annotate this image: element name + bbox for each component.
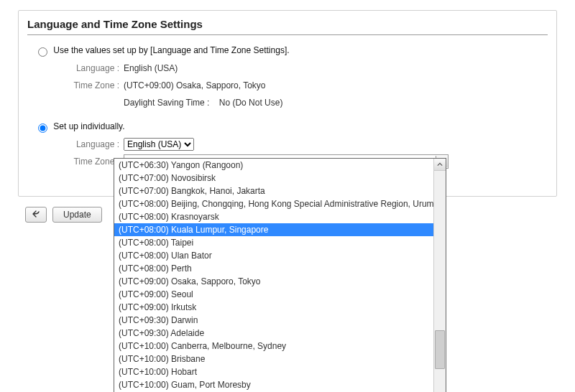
radio-use-defaults[interactable] [38, 47, 47, 57]
timezone-option[interactable]: (UTC+08:00) Kuala Lumpur, Singapore [114, 223, 433, 236]
timezone-option[interactable]: (UTC+09:00) Seoul [114, 288, 433, 301]
timezone-option[interactable]: (UTC+10:00) Brisbane [114, 353, 433, 365]
individual-timezone-label: Time Zone : [27, 157, 124, 167]
timezone-option[interactable]: (UTC+06:30) Yangon (Rangoon) [114, 159, 433, 172]
defaults-dst-label: Daylight Saving Time : [124, 98, 209, 108]
timezone-dropdown-list[interactable]: (UTC+06:30) Yangon (Rangoon)(UTC+07:00) … [114, 159, 433, 392]
scrollbar-thumb[interactable] [435, 330, 445, 369]
defaults-timezone-value: (UTC+09:00) Osaka, Sapporo, Tokyo [124, 80, 266, 90]
radio-use-defaults-row[interactable]: Use the values set up by [Language and T… [27, 42, 548, 60]
radio-individual-row[interactable]: Set up individually. [27, 118, 548, 136]
defaults-language-label: Language : [27, 63, 124, 73]
radio-individual-text: Set up individually. [53, 121, 124, 131]
timezone-option[interactable]: (UTC+08:00) Taipei [114, 236, 433, 249]
radio-individual[interactable] [38, 123, 47, 133]
defaults-dst-row: Daylight Saving Time : No (Do Not Use) [124, 98, 282, 108]
panel-title: Language and Time Zone Settings [27, 15, 548, 34]
timezone-option[interactable]: (UTC+07:00) Bangkok, Hanoi, Jakarta [114, 185, 433, 197]
back-arrow-icon [32, 210, 40, 220]
timezone-option[interactable]: (UTC+07:00) Novosibirsk [114, 172, 433, 185]
timezone-option[interactable]: (UTC+08:00) Krasnoyarsk [114, 210, 433, 223]
dropdown-scrollbar[interactable] [433, 159, 446, 392]
radio-individual-label[interactable]: Set up individually. [34, 121, 125, 131]
defaults-timezone-label: Time Zone : [27, 80, 124, 90]
timezone-option[interactable]: (UTC+08:00) Perth [114, 262, 433, 275]
scrollbar-track[interactable] [434, 171, 446, 392]
defaults-language-value: English (USA) [124, 63, 178, 73]
individual-language-label: Language : [27, 139, 124, 149]
defaults-dst-value: No (Do Not Use) [219, 98, 283, 108]
timezone-option[interactable]: (UTC+10:00) Hobart [114, 365, 433, 378]
timezone-option[interactable]: (UTC+08:00) Beijing, Chongqing, Hong Kon… [114, 197, 433, 210]
timezone-option[interactable]: (UTC+09:30) Darwin [114, 314, 433, 327]
update-button[interactable]: Update [52, 207, 102, 223]
timezone-option[interactable]: (UTC+08:00) Ulan Bator [114, 249, 433, 262]
update-button-label: Update [63, 210, 91, 220]
timezone-option[interactable]: (UTC+09:30) Adelaide [114, 327, 433, 340]
radio-use-defaults-label[interactable]: Use the values set up by [Language and T… [34, 45, 290, 55]
timezone-option[interactable]: (UTC+09:00) Irkutsk [114, 301, 433, 314]
timezone-dropdown[interactable]: (UTC+06:30) Yangon (Rangoon)(UTC+07:00) … [114, 158, 446, 392]
scroll-up-icon[interactable] [434, 159, 446, 171]
title-divider [27, 34, 548, 35]
timezone-option[interactable]: (UTC+10:00) Canberra, Melbourne, Sydney [114, 340, 433, 353]
back-button[interactable] [25, 207, 47, 223]
language-select[interactable]: English (USA) [124, 138, 194, 151]
timezone-option[interactable]: (UTC+09:00) Osaka, Sapporo, Tokyo [114, 275, 433, 288]
radio-use-defaults-text: Use the values set up by [Language and T… [53, 45, 289, 55]
timezone-option[interactable]: (UTC+10:00) Guam, Port Moresby [114, 378, 433, 391]
